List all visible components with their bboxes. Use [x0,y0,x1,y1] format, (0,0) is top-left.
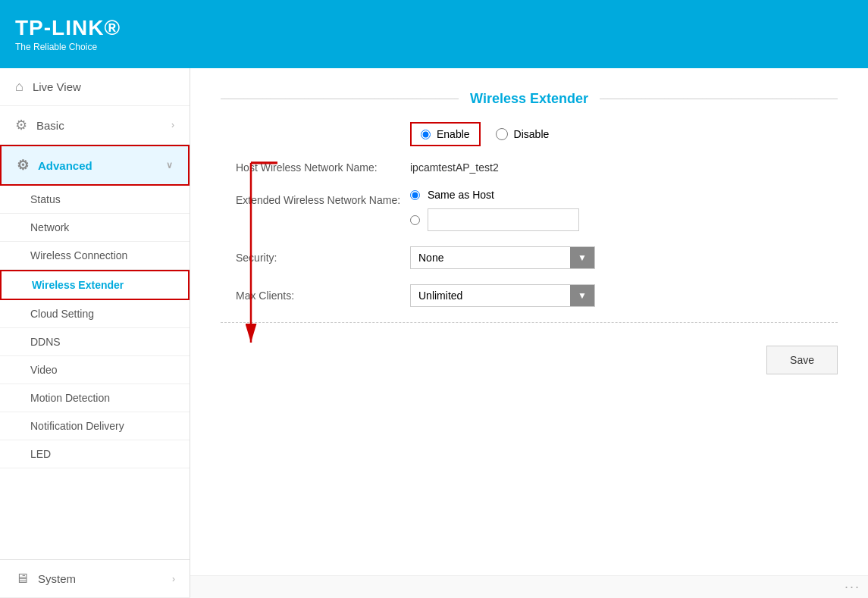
header: TP-LINK® The Reliable Choice [0,0,868,68]
logo: TP-LINK® [15,16,121,40]
host-network-row: Host Wireless Network Name: ipcamtestAP_… [221,161,838,174]
section-line-right [600,99,838,99]
sidebar-item-wireless-connection[interactable]: Wireless Connection [0,242,190,270]
security-select[interactable]: None WPA-PSK WPA2-PSK [411,247,570,268]
max-clients-label: Max Clients: [236,290,410,302]
footer-bar: ··· [190,575,868,598]
sidebar-item-video[interactable]: Video [0,356,190,384]
logo-container: TP-LINK® The Reliable Choice [15,16,121,52]
sidebar-item-wireless-extender[interactable]: Wireless Extender [0,270,190,300]
custom-name-row [410,208,579,231]
enable-radio-box[interactable]: Enable [410,122,481,146]
sidebar-item-advanced[interactable]: ⚙ Advanced ∨ [0,145,190,186]
sidebar-item-basic[interactable]: ⚙ Basic › [0,106,190,145]
enable-disable-control: Enable Disable [410,122,549,146]
section-line-left [221,99,459,99]
disable-radio-group[interactable]: Disable [496,128,550,140]
section-title: Wireless Extender [459,91,600,107]
logo-reg: ® [104,16,121,39]
annotation-arrows [190,68,868,598]
sidebar-item-network[interactable]: Network [0,214,190,242]
security-select-arrow[interactable]: ▼ [570,247,594,268]
host-network-value-container: ipcamtestAP_test2 [410,161,499,174]
sidebar-label-advanced: Advanced [38,159,92,172]
same-as-host-radio[interactable] [410,190,420,200]
gear-icon: ⚙ [15,117,27,133]
sidebar: ⌂ Live View ⚙ Basic › ⚙ Advanced ∨ Statu… [0,68,190,598]
security-row: Security: None WPA-PSK WPA2-PSK ▼ [221,246,838,269]
sidebar-label-live-view: Live View [33,80,81,93]
sidebar-bottom: 🖥 System › [0,559,190,598]
max-clients-row: Max Clients: Unlimited 1 2 5 10 20 50 ▼ [221,284,838,307]
custom-name-input[interactable] [428,208,579,231]
content-area: Wireless Extender Enable Disable Host Wi… [190,68,868,598]
sidebar-item-notification-delivery[interactable]: Notification Delivery [0,412,190,440]
security-select-wrap[interactable]: None WPA-PSK WPA2-PSK ▼ [410,246,595,269]
footer-dots: ··· [844,579,860,595]
divider [221,322,838,323]
section-title-bar: Wireless Extender [221,91,838,107]
sidebar-item-led[interactable]: LED [0,440,190,468]
max-clients-select-wrap[interactable]: Unlimited 1 2 5 10 20 50 ▼ [410,284,595,307]
sidebar-item-status[interactable]: Status [0,186,190,214]
sidebar-label-basic: Basic [36,119,64,132]
chevron-right-icon-system: › [172,574,175,584]
security-label: Security: [236,252,410,264]
enable-radio[interactable] [421,130,431,139]
sidebar-item-system[interactable]: 🖥 System › [0,560,190,598]
host-network-label: Host Wireless Network Name: [236,161,410,174]
sidebar-item-cloud-setting[interactable]: Cloud Setting [0,300,190,328]
home-icon: ⌂ [15,79,24,95]
extended-name-controls: Same as Host [410,189,579,231]
save-row: Save [221,346,838,374]
main-layout: ⌂ Live View ⚙ Basic › ⚙ Advanced ∨ Statu… [0,68,868,598]
disable-radio[interactable] [496,128,508,140]
max-clients-select-arrow[interactable]: ▼ [570,285,594,306]
logo-tagline: The Reliable Choice [15,42,121,52]
extended-network-row: Extended Wireless Network Name: Same as … [221,189,838,231]
enable-disable-row: Enable Disable [221,122,838,146]
save-button[interactable]: Save [766,346,838,374]
max-clients-select[interactable]: Unlimited 1 2 5 10 20 50 [411,285,570,306]
chevron-down-icon: ∨ [166,160,173,171]
chevron-right-icon: › [171,120,174,130]
host-network-value: ipcamtestAP_test2 [410,161,499,174]
same-as-host-row: Same as Host [410,189,579,201]
sidebar-item-ddns[interactable]: DDNS [0,328,190,356]
disable-label[interactable]: Disable [514,128,550,140]
system-icon: 🖥 [15,571,29,587]
custom-name-radio[interactable] [410,215,420,225]
extended-network-label: Extended Wireless Network Name: [236,189,410,208]
advanced-gear-icon: ⚙ [17,157,29,174]
sidebar-item-live-view[interactable]: ⌂ Live View [0,68,190,106]
enable-label[interactable]: Enable [437,128,470,140]
logo-text: TP-LINK [15,16,104,39]
sidebar-label-system: System [38,572,76,585]
sidebar-item-motion-detection[interactable]: Motion Detection [0,384,190,412]
same-as-host-label[interactable]: Same as Host [428,189,494,201]
